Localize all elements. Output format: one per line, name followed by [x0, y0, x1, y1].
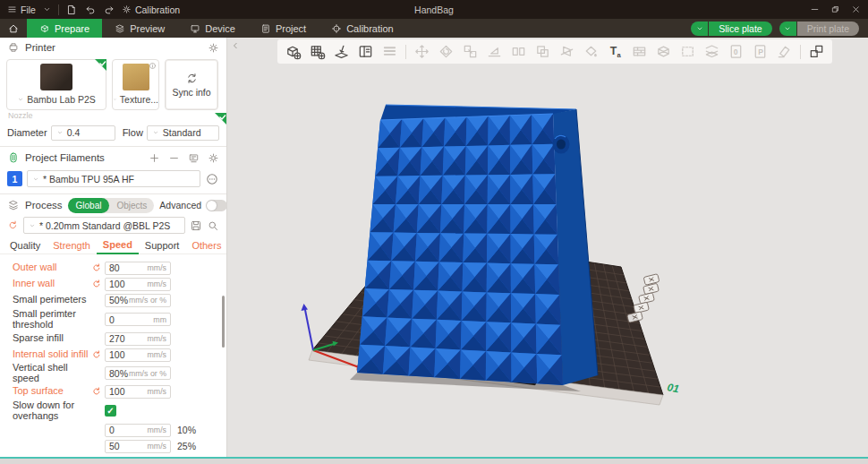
redo-icon[interactable] [103, 4, 115, 16]
new-project-icon[interactable] [65, 4, 78, 16]
scene-canvas[interactable]: 01 [227, 38, 868, 457]
collapse-panel-icon[interactable] [230, 40, 241, 51]
calibration-menu[interactable]: Calibration [122, 4, 180, 15]
add-filament-button[interactable] [149, 152, 160, 164]
tab-project[interactable]: Project [248, 19, 319, 38]
sync-info-button[interactable]: Sync info [165, 59, 218, 110]
tab-preview[interactable]: Preview [102, 19, 177, 38]
process-section-header: Process Global Objects Advanced [0, 195, 226, 215]
undo-icon[interactable] [84, 4, 97, 16]
filament-edit-button[interactable] [205, 172, 219, 186]
process-preset-select[interactable]: * 0.20mm Standard @BBL P2S [23, 217, 185, 234]
filament-slot-badge[interactable]: 1 [7, 171, 22, 186]
auto-orient-icon[interactable] [333, 43, 350, 60]
scope-global[interactable]: Global [68, 198, 110, 213]
filament-select[interactable]: * Bambu TPU 95A HF [27, 170, 200, 187]
filament-settings-gear-icon[interactable] [208, 152, 219, 164]
print-options-chevron[interactable] [779, 21, 796, 36]
home-button[interactable] [0, 19, 27, 38]
titlebar-divider [58, 4, 59, 15]
viewport-3d[interactable]: 01 Ta0P [227, 38, 868, 457]
chevron-down-icon [29, 222, 36, 229]
sync-icon [185, 72, 199, 85]
flow-value: Standard [163, 127, 201, 138]
reset-value-icon[interactable] [91, 349, 105, 361]
process-tab-quality[interactable]: Quality [4, 240, 47, 253]
add-object-icon[interactable] [285, 43, 302, 60]
slice-plate-button[interactable]: Slice plate [709, 21, 771, 36]
reset-slot [91, 333, 105, 345]
diameter-select[interactable]: 0.4 [51, 125, 115, 141]
nozzle-section-label: Nozzle [0, 112, 226, 120]
panel-scrollbar[interactable] [222, 296, 225, 348]
process-tab-support[interactable]: Support [139, 240, 186, 253]
svg-text:a: a [617, 51, 621, 59]
reset-slot [91, 405, 105, 417]
tab-calibration-label: Calibration [346, 23, 394, 34]
slice-options-chevron[interactable] [691, 21, 708, 36]
build-plate-card[interactable]: Texture... [112, 59, 159, 110]
param-row: Top surface100mm/s [13, 383, 226, 400]
param-input[interactable]: 80%mm/s or % [105, 366, 171, 380]
printer-card[interactable]: Bambu Lab P2S [6, 59, 106, 110]
tab-calibration[interactable]: Calibration [319, 19, 406, 38]
param-unit: mm/s [148, 387, 167, 396]
reset-value-icon[interactable] [91, 386, 105, 398]
print-plate-button[interactable]: Print plate [797, 21, 859, 36]
model-handbag[interactable] [350, 105, 598, 391]
reset-preset-icon[interactable] [7, 219, 19, 231]
minimize-button[interactable] [810, 4, 820, 14]
flow-label: Flow [123, 127, 143, 138]
param-input[interactable]: 0mm/s [105, 424, 171, 437]
process-tab-strength[interactable]: Strength [47, 240, 97, 253]
flow-select[interactable]: Standard [147, 125, 219, 141]
hamburger-icon [7, 4, 17, 14]
filament-name: * Bambu TPU 95A HF [43, 174, 195, 185]
split-objects-icon [510, 43, 527, 60]
mesh-boolean-icon [655, 43, 672, 60]
filament-presets-button[interactable] [188, 152, 200, 164]
reset-value-icon[interactable] [91, 262, 105, 274]
param-input[interactable]: 0mm [105, 313, 171, 326]
info-icon[interactable] [148, 61, 157, 71]
advanced-toggle[interactable] [206, 200, 227, 211]
plate-delete-button[interactable] [643, 274, 660, 286]
param-label: Small perimter threshold [13, 309, 91, 330]
arrange-icon[interactable] [357, 43, 374, 60]
reset-value-icon[interactable] [91, 279, 105, 290]
process-tab-others[interactable]: Others [185, 240, 227, 253]
param-input[interactable]: 80mm/s [105, 262, 171, 275]
param-input[interactable]: 100mm/s [105, 385, 171, 399]
doc-p-icon: P [752, 43, 769, 60]
text-tool-icon[interactable]: Ta [607, 43, 624, 60]
param-input[interactable]: 270mm/s [105, 332, 171, 346]
process-scope-toggle[interactable]: Global Objects [68, 198, 155, 213]
reset-slot [91, 314, 105, 325]
device-icon [190, 23, 200, 34]
toolbar-separator [800, 45, 801, 59]
file-menu[interactable]: File [7, 4, 36, 15]
plate-settings-button[interactable] [634, 302, 650, 314]
file-chevron-icon[interactable] [42, 4, 52, 14]
save-preset-icon[interactable] [190, 219, 202, 232]
param-input[interactable]: 100mm/s [105, 278, 171, 291]
param-input[interactable]: 50mm/s [105, 440, 171, 453]
remove-filament-button[interactable] [168, 152, 180, 164]
printer-sync-check-badge [95, 59, 106, 71]
close-button[interactable] [851, 4, 861, 14]
param-label: Inner wall [13, 279, 91, 289]
assembly-view-icon[interactable] [808, 43, 825, 60]
chevron-down-icon [113, 96, 117, 103]
param-checkbox[interactable]: ✓ [105, 405, 116, 417]
add-plate-icon[interactable] [309, 43, 326, 60]
process-tab-speed[interactable]: Speed [97, 239, 139, 254]
tab-prepare[interactable]: Prepare [27, 19, 102, 38]
param-input[interactable]: 50%mm/s or % [105, 294, 171, 307]
printer-settings-gear-icon[interactable] [208, 42, 219, 54]
param-row: 0mm/s10% [13, 422, 226, 438]
restore-button[interactable] [830, 4, 840, 14]
search-icon[interactable] [207, 219, 219, 232]
param-input[interactable]: 100mm/s [105, 348, 171, 362]
scope-objects[interactable]: Objects [109, 201, 154, 211]
tab-device[interactable]: Device [177, 19, 248, 38]
